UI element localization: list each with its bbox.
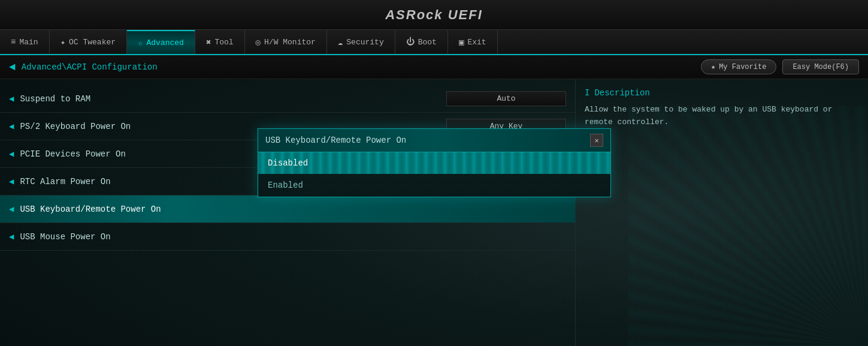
nav-item-hw-monitor[interactable]: ◎ H/W Monitor [245, 30, 327, 54]
nav-item-main[interactable]: ≡ Main [0, 30, 50, 54]
option-enabled-label: Enabled [268, 180, 303, 190]
modal-options: Disabled Enabled [258, 152, 610, 197]
breadcrumb-actions: ★ My Favorite Easy Mode(F6) [701, 59, 859, 74]
favorite-icon: ★ [711, 62, 715, 71]
modal-close-button[interactable]: ✕ [590, 134, 603, 147]
oc-tweaker-icon: ✦ [61, 37, 65, 47]
nav-item-boot[interactable]: ⏻ Boot [395, 30, 448, 54]
nav-label-security: Security [346, 38, 383, 47]
favorite-label: My Favorite [719, 63, 766, 71]
nav-label-hw-monitor: H/W Monitor [264, 38, 316, 47]
option-enabled[interactable]: Enabled [258, 174, 610, 197]
tool-icon: ✖ [206, 37, 211, 47]
breadcrumb-bar: ◄ Advanced\ACPI Configuration ★ My Favor… [0, 55, 868, 79]
nav-item-advanced[interactable]: ☆ Advanced [127, 30, 195, 54]
modal-box: USB Keyboard/Remote Power On ✕ Disabled … [258, 128, 611, 197]
navbar: ≡ Main ✦ OC Tweaker ☆ Advanced ✖ Tool ◎ … [0, 30, 868, 55]
favorite-button[interactable]: ★ My Favorite [701, 59, 776, 74]
exit-icon: ▣ [459, 37, 464, 47]
header: ASRock UEFI [0, 0, 868, 30]
nav-item-exit[interactable]: ▣ Exit [448, 30, 498, 54]
main-icon: ≡ [11, 37, 16, 47]
advanced-icon: ☆ [138, 38, 143, 48]
nav-label-main: Main [19, 38, 38, 47]
nav-label-tool: Tool [214, 38, 233, 47]
modal-header: USB Keyboard/Remote Power On ✕ [258, 129, 610, 152]
breadcrumb-path: Advanced\ACPI Configuration [22, 62, 158, 72]
option-disabled-label: Disabled [268, 158, 308, 168]
hw-monitor-icon: ◎ [256, 37, 261, 47]
option-disabled[interactable]: Disabled [258, 152, 610, 174]
modal-title: USB Keyboard/Remote Power On [265, 136, 406, 145]
nav-label-exit: Exit [467, 38, 486, 47]
security-icon: ☁ [338, 37, 343, 47]
back-button[interactable]: ◄ [9, 61, 16, 73]
nav-item-oc-tweaker[interactable]: ✦ OC Tweaker [50, 30, 127, 54]
nav-label-oc-tweaker: OC Tweaker [69, 38, 116, 47]
modal-overlay: USB Keyboard/Remote Power On ✕ Disabled … [0, 79, 868, 346]
boot-icon: ⏻ [406, 37, 415, 47]
nav-label-advanced: Advanced [147, 38, 184, 47]
nav-label-boot: Boot [418, 38, 437, 47]
easy-mode-button[interactable]: Easy Mode(F6) [782, 59, 859, 74]
nav-item-security[interactable]: ☁ Security [327, 30, 395, 54]
nav-item-tool[interactable]: ✖ Tool [195, 30, 245, 54]
brand-title: ASRock UEFI [385, 7, 483, 23]
